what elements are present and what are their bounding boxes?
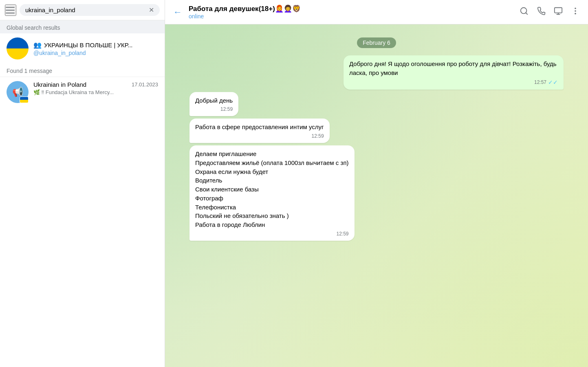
message-result-item[interactable]: 📢 Ukrainian in Poland 17.01.2023 🌿 ‼️ Fu… xyxy=(0,77,165,107)
global-search-label: Global search results xyxy=(0,20,165,33)
header-actions xyxy=(518,5,581,19)
result-name: 👥 УКРАИНЦЫ В ПОЛЬШЕ | УКР... xyxy=(33,41,158,49)
svg-rect-2 xyxy=(555,8,562,13)
read-check-icon: ✓✓ xyxy=(548,79,558,86)
chat-title-area: Работа для девушек(18+)👩‍🦰👩‍🦱🦁 online xyxy=(189,4,513,20)
group-icon: 👥 xyxy=(33,41,42,49)
date-pill: February 6 xyxy=(357,37,396,48)
svg-point-7 xyxy=(575,13,576,14)
message-text: Делаем приглашение Предоставляем жильё (… xyxy=(195,149,349,229)
message-meta: 12:57 ✓✓ xyxy=(349,79,558,86)
global-result-item[interactable]: 👥 УКРАИНЦЫ В ПОЛЬШЕ | УКР... @ukraina_in… xyxy=(0,33,165,64)
result-handle: @ukraina_in_poland xyxy=(33,50,158,56)
message-time: 12:59 xyxy=(220,106,233,112)
left-panel: ✕ Global search results 👥 УКРАИНЦЫ В ПОЛ… xyxy=(0,0,165,367)
message-time: 12:59 xyxy=(312,133,324,139)
more-options-button[interactable] xyxy=(569,5,581,19)
channel-name: Ukrainian in Poland xyxy=(33,81,86,88)
date-divider: February 6 xyxy=(189,37,564,48)
message-text: Доброго дня! Я щодо оголошення про робот… xyxy=(349,59,558,77)
message-time: 12:59 xyxy=(336,231,348,237)
search-bar: ✕ xyxy=(0,0,165,20)
phone-button[interactable] xyxy=(535,5,547,19)
message-row: Делаем приглашение Предоставляем жильё (… xyxy=(189,145,564,241)
received-bubble: Добрый день 12:59 xyxy=(189,92,238,116)
search-button[interactable] xyxy=(518,5,530,19)
avatar-wrap: 📢 xyxy=(7,81,29,103)
svg-point-5 xyxy=(575,8,576,9)
message-row: Доброго дня! Я щодо оголошення про робот… xyxy=(189,55,564,90)
received-bubble: Работа в сфере предоставления интим услу… xyxy=(189,119,330,143)
message-row: Работа в сфере предоставления интим услу… xyxy=(189,119,564,143)
message-result-info: Ukrainian in Poland 17.01.2023 🌿 ‼️ Fund… xyxy=(33,81,158,95)
search-input-wrap: ✕ xyxy=(20,4,160,16)
result-name-row: Ukrainian in Poland 17.01.2023 xyxy=(33,81,158,88)
svg-point-6 xyxy=(575,11,576,11)
chat-header: ← Работа для девушек(18+)👩‍🦰👩‍🦱🦁 online xyxy=(165,0,588,24)
message-text: Работа в сфере предоставления интим услу… xyxy=(195,123,324,132)
message-time: 12:57 xyxy=(534,79,546,85)
message-meta: 12:59 xyxy=(195,231,349,237)
result-info: 👥 УКРАИНЦЫ В ПОЛЬШЕ | УКР... @ukraina_in… xyxy=(33,41,158,56)
search-input[interactable] xyxy=(25,7,145,13)
flag-badge xyxy=(20,97,29,103)
sent-bubble: Доброго дня! Я щодо оголошення про робот… xyxy=(344,55,564,90)
chat-name: Работа для девушек(18+)👩‍🦰👩‍🦱🦁 xyxy=(189,4,513,13)
message-meta: 12:59 xyxy=(195,106,233,112)
received-bubble: Делаем приглашение Предоставляем жильё (… xyxy=(189,145,355,241)
found-messages-label: Found 1 message xyxy=(0,64,165,77)
chat-status: online xyxy=(189,13,513,20)
messages-area: February 6 Доброго дня! Я щодо оголошенн… xyxy=(165,24,588,367)
result-date: 17.01.2023 xyxy=(132,81,158,88)
clear-search-button[interactable]: ✕ xyxy=(149,7,154,13)
menu-button[interactable] xyxy=(5,4,16,16)
message-meta: 12:59 xyxy=(195,133,324,139)
message-preview: 🌿 ‼️ Fundacja Ukraina та Mercy... xyxy=(33,89,158,95)
back-button[interactable]: ← xyxy=(172,5,184,19)
right-panel: ← Работа для девушек(18+)👩‍🦰👩‍🦱🦁 online xyxy=(165,0,588,367)
screen-share-button[interactable] xyxy=(552,5,564,19)
message-row: Добрый день 12:59 xyxy=(189,92,564,116)
message-text: Добрый день xyxy=(195,96,233,105)
svg-line-1 xyxy=(526,13,527,14)
avatar xyxy=(7,37,29,59)
